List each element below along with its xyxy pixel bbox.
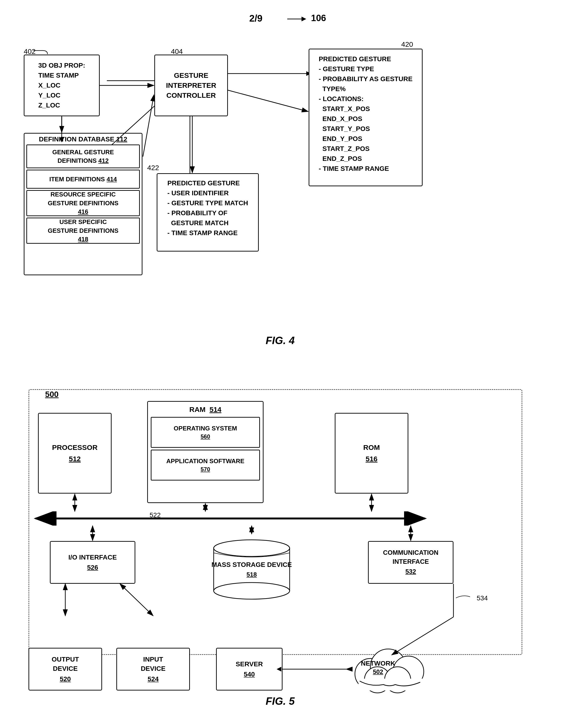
ref-560: 560 [174,433,237,441]
svg-marker-1 [302,17,306,21]
box-input-device: INPUTDEVICE 524 [116,648,190,691]
ref-512: 512 [52,454,98,464]
input-label: INPUTDEVICE [141,655,165,673]
ref-422-label: 422 [147,164,159,172]
box-output-device: OUTPUTDEVICE 520 [28,648,102,691]
definition-database-container: DEFINITION DATABASE 112 GENERAL GESTURED… [24,133,142,275]
svg-line-15 [228,90,308,112]
box-resource-specific-gesture-defs: RESOURCE SPECIFICGESTURE DEFINITIONS416 [26,190,140,216]
io-label: I/O INTERFACE [68,553,117,562]
ref-112: 112 [116,135,127,143]
page-number: 2/9 [249,13,262,24]
fig4-container: 402 3D OBJ PROP:TIME STAMPX_LOCY_LOCZ_LO… [14,28,546,349]
page: { "page": { "page_number": "2/9", "page_… [0,0,561,728]
page-ref-106: 106 [311,13,326,23]
box-app: APPLICATION SOFTWARE 570 [151,450,260,481]
box-predicted-gesture-422: PREDICTED GESTURE - USER IDENTIFIER - GE… [157,173,259,252]
ref-520: 520 [51,674,79,684]
box-418-text: USER SPECIFICGESTURE DEFINITIONS418 [48,218,118,243]
ref-518: 518 [209,570,295,579]
network-cloud: NETWORK 502 [347,641,432,699]
box-414-text: ITEM DEFINITIONS 414 [49,175,117,183]
ref-516: 516 [363,454,380,464]
ref-524: 524 [141,674,165,684]
ref-540: 540 [236,670,263,679]
box-item-defs: ITEM DEFINITIONS 414 [26,170,140,189]
svg-line-17 [143,95,154,157]
svg-point-24 [214,583,290,599]
comm-label: COMMUNICATION INTERFACE [373,548,449,566]
box-comm-interface: COMMUNICATION INTERFACE 532 [368,541,454,584]
ref-420-label: 420 [401,40,413,48]
box-412-text: GENERAL GESTUREDEFINITIONS 412 [52,148,114,165]
output-label: OUTPUTDEVICE [51,655,79,673]
mass-storage-label: MASS STORAGE DEVICE [209,560,295,569]
ref-526: 526 [68,563,117,572]
os-label: OPERATING SYSTEM [174,424,237,433]
server-label: SERVER [236,659,263,669]
box-402-text: 3D OBJ PROP:TIME STAMPX_LOCY_LOCZ_LOC [38,61,85,110]
box-ram: RAM 514 OPERATING SYSTEM 560 APPLICATION… [147,401,263,503]
box-422-text: PREDICTED GESTURE - USER IDENTIFIER - GE… [167,178,248,238]
box-predicted-gesture-420: PREDICTED GESTURE - GESTURE TYPE - PROBA… [309,49,423,186]
box-416-text: RESOURCE SPECIFICGESTURE DEFINITIONS416 [48,190,118,216]
db-label: DEFINITION DATABASE 112 [26,135,140,143]
app-label: APPLICATION SOFTWARE [166,457,244,465]
box-server: SERVER 540 [216,648,283,691]
ref-404-label: 404 [171,47,183,56]
ref-570: 570 [166,465,244,473]
ref-500: 500 [45,390,59,399]
ram-label: RAM [189,406,205,413]
box-404-text: GESTUREINTERPRETERCONTROLLER [166,70,216,100]
box-io-interface: I/O INTERFACE 526 [50,541,135,584]
box-processor: PROCESSOR 512 [38,413,112,494]
box-420-text: PREDICTED GESTURE - GESTURE TYPE - PROBA… [319,54,412,174]
processor-label: PROCESSOR [52,443,98,453]
ref-514: 514 [209,406,221,413]
box-gesture-interpreter: GESTUREINTERPRETERCONTROLLER [154,55,228,116]
rom-label: ROM [363,443,380,453]
svg-point-23 [214,540,290,556]
mass-storage-device: MASS STORAGE DEVICE 518 [209,534,295,601]
box-os: OPERATING SYSTEM 560 [151,417,260,448]
ref-502: 502 [361,668,395,676]
page-ref [287,13,306,27]
ref-522-label: 522 [149,511,161,519]
fig4-label: FIG. 4 [266,335,295,346]
box-general-gesture-defs: GENERAL GESTUREDEFINITIONS 412 [26,145,140,168]
ref-532: 532 [373,567,449,576]
box-user-specific-gesture-defs: USER SPECIFICGESTURE DEFINITIONS418 [26,218,140,244]
fig5-container: 500 PROCESSOR 512 RAM 514 OPERATING SYST… [14,370,546,709]
ref-534-label: 534 [456,593,488,602]
network-label: NETWORK [361,660,395,667]
box-3d-obj-prop: 3D OBJ PROP:TIME STAMPX_LOCY_LOCZ_LOC [24,55,100,116]
box-rom: ROM 516 [335,413,408,494]
fig5-label: FIG. 5 [266,695,295,707]
